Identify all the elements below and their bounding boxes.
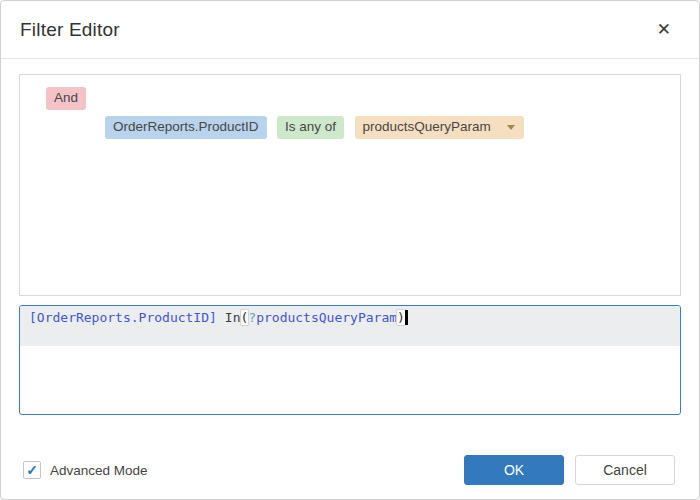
expression-keyword-token: In [225, 310, 241, 325]
operator-chip[interactable]: Is any of [277, 116, 344, 139]
condition-row: OrderReports.ProductID Is any of product… [105, 116, 680, 139]
field-chip[interactable]: OrderReports.ProductID [105, 116, 267, 139]
expression-field-token: [OrderReports.ProductID] [29, 310, 217, 325]
ok-button[interactable]: OK [464, 455, 564, 485]
dialog-header: Filter Editor ✕ [1, 1, 699, 59]
expression-param-name: productsQueryParam [256, 310, 397, 325]
dialog-body: And OrderReports.ProductID Is any of pro… [1, 59, 699, 415]
footer-buttons: OK Cancel [464, 455, 675, 485]
expression-param-prefix: ? [248, 310, 256, 325]
advanced-mode-label: Advanced Mode [50, 463, 148, 478]
filter-builder-panel: And OrderReports.ProductID Is any of pro… [19, 74, 681, 296]
value-chip[interactable]: productsQueryParam [355, 116, 524, 139]
filter-editor-dialog: Filter Editor ✕ And OrderReports.Product… [0, 0, 700, 500]
cancel-button[interactable]: Cancel [575, 455, 675, 485]
value-chip-label: productsQueryParam [363, 119, 491, 134]
advanced-mode-checkbox[interactable]: ✓ [23, 461, 41, 479]
advanced-mode-toggle[interactable]: ✓ Advanced Mode [23, 461, 148, 479]
dialog-title: Filter Editor [20, 19, 120, 41]
dialog-footer: ✓ Advanced Mode OK Cancel [1, 441, 699, 499]
expression-editor[interactable]: [OrderReports.ProductID]In(?productsQuer… [19, 305, 681, 415]
group-operator-chip[interactable]: And [46, 87, 86, 110]
expression-current-line: [OrderReports.ProductID]In(?productsQuer… [20, 306, 680, 346]
expression-close-paren: ) [397, 310, 405, 325]
chevron-down-icon [507, 125, 515, 130]
check-icon: ✓ [26, 463, 38, 477]
group-row: And [46, 87, 680, 110]
close-icon[interactable]: ✕ [653, 17, 675, 42]
text-caret [405, 310, 408, 325]
